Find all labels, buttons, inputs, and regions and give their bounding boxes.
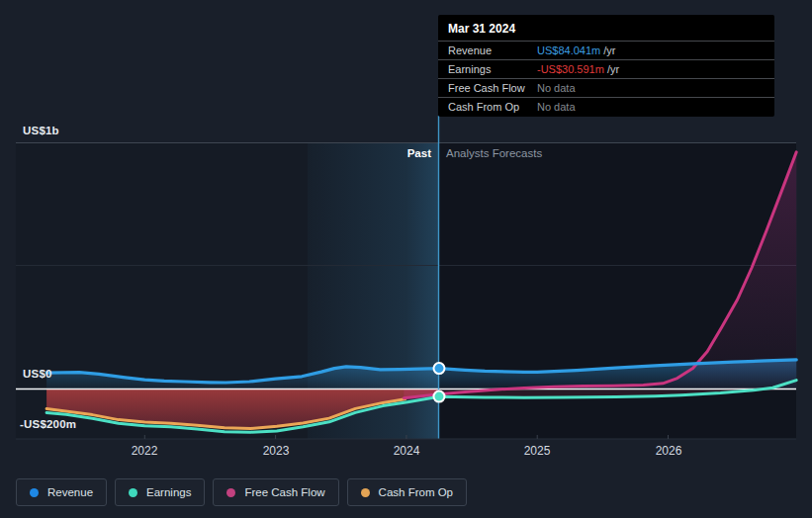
tooltip-earnings-suffix: /yr bbox=[607, 63, 619, 75]
free-cash-flow-legend-dot-icon bbox=[226, 488, 235, 497]
legend-cashop-label: Cash From Op bbox=[379, 486, 453, 498]
x-axis-label-2026: 2026 bbox=[647, 444, 690, 458]
tooltip-earnings-value: -US$30.591m bbox=[537, 63, 604, 75]
tooltip-cashop-label: Cash From Op bbox=[438, 101, 537, 113]
tooltip-revenue-label: Revenue bbox=[438, 44, 537, 56]
earnings-hover-marker[interactable] bbox=[433, 391, 444, 402]
earnings-legend-dot-icon bbox=[129, 488, 137, 497]
cash-from-op-legend-dot-icon bbox=[361, 488, 370, 497]
chart-tooltip: Mar 31 2024 Revenue US$84.041m /yr Earni… bbox=[438, 15, 774, 117]
tooltip-fcf-value: No data bbox=[537, 82, 576, 94]
revenue-hover-marker[interactable] bbox=[433, 363, 444, 374]
tooltip-cashop-value: No data bbox=[537, 101, 576, 113]
revenue-legend-dot-icon bbox=[30, 488, 39, 497]
legend-item-earnings[interactable]: Earnings bbox=[115, 478, 205, 506]
y-axis-label-neg200m: -US$200m bbox=[20, 418, 76, 430]
tooltip-row-cash-from-op: Cash From Op No data bbox=[438, 97, 774, 116]
x-axis-label-2023: 2023 bbox=[254, 444, 298, 458]
x-axis-label-2025: 2025 bbox=[515, 444, 559, 458]
y-axis-label-zero: US$0 bbox=[23, 368, 52, 380]
tooltip-fcf-label: Free Cash Flow bbox=[438, 82, 537, 94]
tooltip-row-revenue: Revenue US$84.041m /yr bbox=[438, 41, 774, 59]
past-section-label: Past bbox=[332, 147, 431, 159]
tooltip-revenue-value: US$84.041m bbox=[537, 44, 600, 56]
legend-item-revenue[interactable]: Revenue bbox=[16, 478, 107, 506]
x-axis-label-2022: 2022 bbox=[123, 444, 166, 458]
tooltip-revenue-suffix: /yr bbox=[603, 44, 615, 56]
tooltip-date: Mar 31 2024 bbox=[438, 15, 774, 41]
legend-fcf-label: Free Cash Flow bbox=[244, 486, 324, 498]
analysts-forecasts-section-label: Analysts Forecasts bbox=[446, 147, 542, 159]
tooltip-row-earnings: Earnings -US$30.591m /yr bbox=[438, 59, 774, 78]
legend-earnings-label: Earnings bbox=[146, 486, 191, 498]
legend-revenue-label: Revenue bbox=[47, 486, 93, 498]
legend-item-free-cash-flow[interactable]: Free Cash Flow bbox=[213, 478, 338, 506]
legend-item-cash-from-op[interactable]: Cash From Op bbox=[347, 478, 467, 506]
tooltip-earnings-label: Earnings bbox=[438, 63, 537, 75]
tooltip-row-free-cash-flow: Free Cash Flow No data bbox=[438, 78, 774, 97]
chart-legend: Revenue Earnings Free Cash Flow Cash Fro… bbox=[16, 478, 467, 506]
y-axis-label-1b: US$1b bbox=[23, 125, 59, 136]
x-axis-label-2024: 2024 bbox=[385, 444, 428, 458]
